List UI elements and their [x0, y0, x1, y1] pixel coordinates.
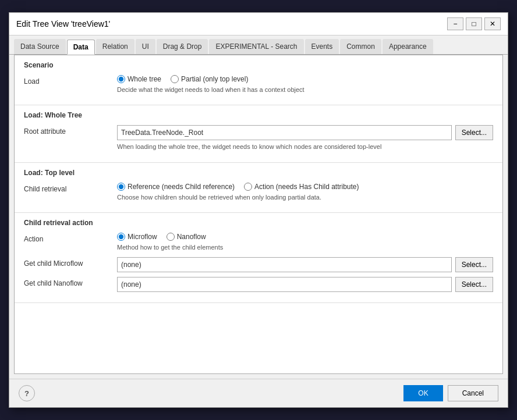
- child-retrieval-action-label: Action (needs Has Child attribute): [254, 183, 359, 191]
- action-microflow-option[interactable]: Microflow: [117, 233, 157, 241]
- root-attribute-control: Select... When loading the whole tree, t…: [117, 125, 493, 151]
- load-radio-group: Whole tree Partial (only top level): [117, 75, 493, 83]
- root-attribute-input-row: Select...: [117, 125, 493, 140]
- action-row: Action Microflow Nanoflow Method how to …: [24, 233, 493, 252]
- tab-data-source[interactable]: Data Source: [14, 39, 66, 54]
- tab-appearance[interactable]: Appearance: [383, 39, 433, 54]
- get-child-nanoflow-row: Get child Nanoflow Select...: [24, 277, 493, 292]
- child-retrieval-description: Choose how children should be retrieved …: [117, 193, 493, 202]
- get-child-microflow-row: Get child Microflow Select...: [24, 257, 493, 272]
- tab-bar: Data Source Data Relation UI Drag & Drop…: [9, 35, 508, 55]
- get-child-microflow-label: Get child Microflow: [24, 257, 117, 268]
- edit-tree-view-dialog: Edit Tree View 'treeView1' − □ ✕ Data So…: [9, 12, 508, 408]
- child-retrieval-action-radio[interactable]: [244, 183, 252, 191]
- child-retrieval-row: Child retrieval Reference (needs Child r…: [24, 183, 493, 202]
- child-retrieval-reference-radio[interactable]: [117, 183, 125, 191]
- action-radio-group: Microflow Nanoflow: [117, 233, 493, 241]
- child-retrieval-action-section: Child retrieval action Action Microflow …: [15, 213, 502, 302]
- action-nanoflow-label: Nanoflow: [177, 233, 206, 241]
- maximize-button[interactable]: □: [466, 17, 482, 30]
- scenario-header: Scenario: [24, 61, 493, 69]
- load-label: Load: [24, 75, 117, 86]
- get-child-microflow-select-button[interactable]: Select...: [455, 257, 493, 272]
- help-button[interactable]: ?: [19, 385, 35, 401]
- tab-common[interactable]: Common: [340, 39, 381, 54]
- tab-ui[interactable]: UI: [136, 39, 155, 54]
- tab-data[interactable]: Data: [67, 40, 95, 55]
- dialog-title: Edit Tree View 'treeView1': [16, 19, 110, 29]
- footer-action-buttons: OK Cancel: [403, 385, 498, 401]
- load-whole-tree-option[interactable]: Whole tree: [117, 75, 161, 83]
- action-microflow-label: Microflow: [128, 233, 157, 241]
- load-control: Whole tree Partial (only top level) Deci…: [117, 75, 493, 94]
- load-description: Decide what the widget needs to load whe…: [117, 86, 493, 94]
- get-child-nanoflow-control: Select...: [117, 277, 493, 292]
- load-partial-option[interactable]: Partial (only top level): [171, 75, 248, 83]
- load-whole-tree-header: Load: Whole Tree: [24, 111, 493, 119]
- child-retrieval-reference-option[interactable]: Reference (needs Child reference): [117, 183, 235, 191]
- child-retrieval-radio-group: Reference (needs Child reference) Action…: [117, 183, 493, 191]
- minimize-button[interactable]: −: [447, 17, 463, 30]
- scenario-section: Scenario Load Whole tree Partial (only t…: [15, 55, 502, 105]
- get-child-microflow-control: Select...: [117, 257, 493, 272]
- root-attribute-label: Root attribute: [24, 125, 117, 136]
- ok-button[interactable]: OK: [403, 385, 442, 401]
- close-button[interactable]: ✕: [484, 17, 501, 30]
- title-bar: Edit Tree View 'treeView1' − □ ✕: [9, 13, 508, 35]
- child-retrieval-label: Child retrieval: [24, 183, 117, 193]
- get-child-nanoflow-input[interactable]: [117, 277, 452, 292]
- root-attribute-description: When loading the whole tree, the widget …: [117, 143, 493, 151]
- get-child-microflow-input[interactable]: [117, 257, 452, 272]
- get-child-nanoflow-label: Get child Nanoflow: [24, 277, 117, 287]
- get-child-microflow-input-row: Select...: [117, 257, 493, 272]
- load-whole-tree-radio[interactable]: [117, 75, 125, 83]
- root-attribute-row: Root attribute Select... When loading th…: [24, 125, 493, 151]
- root-attribute-input[interactable]: [117, 125, 452, 140]
- action-label: Action: [24, 233, 117, 243]
- load-whole-tree-label: Whole tree: [128, 75, 161, 83]
- load-whole-tree-section: Load: Whole Tree Root attribute Select..…: [15, 105, 502, 162]
- title-buttons: − □ ✕: [447, 17, 501, 30]
- root-attribute-select-button[interactable]: Select...: [455, 125, 493, 140]
- child-retrieval-action-header: Child retrieval action: [24, 219, 493, 227]
- dialog-footer: ? OK Cancel: [9, 379, 508, 407]
- get-child-nanoflow-select-button[interactable]: Select...: [455, 277, 493, 292]
- load-top-level-header: Load: Top level: [24, 169, 493, 177]
- child-retrieval-action-option[interactable]: Action (needs Has Child attribute): [244, 183, 359, 191]
- child-retrieval-reference-label: Reference (needs Child reference): [128, 183, 235, 191]
- action-microflow-radio[interactable]: [117, 233, 125, 241]
- tab-events[interactable]: Events: [305, 39, 339, 54]
- action-description: Method how to get the child elements: [117, 243, 493, 252]
- tab-experimental-search[interactable]: EXPERIMENTAL - Search: [209, 39, 303, 54]
- action-nanoflow-radio[interactable]: [167, 233, 175, 241]
- tab-relation[interactable]: Relation: [96, 39, 134, 54]
- get-child-nanoflow-input-row: Select...: [117, 277, 493, 292]
- tab-content: Scenario Load Whole tree Partial (only t…: [14, 55, 503, 374]
- load-partial-label: Partial (only top level): [181, 75, 248, 83]
- child-retrieval-control: Reference (needs Child reference) Action…: [117, 183, 493, 202]
- load-row: Load Whole tree Partial (only top level)…: [24, 75, 493, 94]
- tab-drag-drop[interactable]: Drag & Drop: [157, 39, 208, 54]
- cancel-button[interactable]: Cancel: [448, 385, 498, 401]
- load-top-level-section: Load: Top level Child retrieval Referenc…: [15, 163, 502, 213]
- load-partial-radio[interactable]: [171, 75, 179, 83]
- action-nanoflow-option[interactable]: Nanoflow: [167, 233, 206, 241]
- action-control: Microflow Nanoflow Method how to get the…: [117, 233, 493, 252]
